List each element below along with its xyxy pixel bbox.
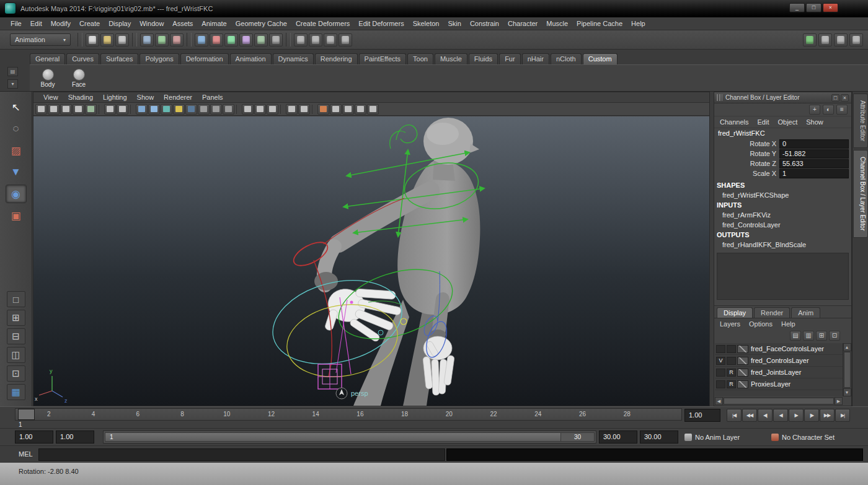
popout-icon[interactable]: □: [831, 94, 839, 102]
select-component-icon[interactable]: [170, 33, 184, 46]
multisample-icon[interactable]: [223, 104, 234, 115]
step-back-frame-button[interactable]: ◀◀: [742, 409, 757, 422]
layer-editor-tab[interactable]: Anim: [791, 307, 820, 318]
save-scene-icon[interactable]: [115, 33, 129, 46]
panel-layouts-icon[interactable]: [355, 104, 366, 115]
shadows-icon[interactable]: [185, 104, 197, 115]
layer-color-swatch[interactable]: [737, 380, 748, 388]
shelf-tab[interactable]: PaintEffects: [359, 53, 407, 64]
vertical-scrollbar[interactable]: ▲ ▼: [843, 343, 851, 396]
menu-item[interactable]: Help: [627, 19, 650, 28]
shelf-tab[interactable]: Muscle: [435, 53, 467, 64]
panel-menu-item[interactable]: Lighting: [98, 94, 132, 101]
layer-visibility-toggle[interactable]: [716, 380, 725, 388]
layer-row[interactable]: R ProxiesLayer: [715, 378, 843, 390]
new-empty-layer-icon[interactable]: ⊞: [816, 331, 827, 341]
shelf-tab[interactable]: Fur: [499, 53, 521, 64]
shelf-tab[interactable]: Surfaces: [100, 53, 138, 64]
shelf-tab[interactable]: Curves: [66, 53, 99, 64]
shelf-item[interactable]: Face: [67, 69, 91, 88]
oversampling-icon[interactable]: [117, 104, 128, 115]
render-settings-icon[interactable]: [339, 33, 352, 46]
image-plane-icon[interactable]: [85, 104, 97, 115]
step-back-key-button[interactable]: ◀|: [758, 409, 773, 422]
two-pane-layout-icon[interactable]: ⊟: [7, 328, 25, 344]
command-input-field[interactable]: [38, 448, 445, 461]
xray-icon[interactable]: [254, 104, 266, 115]
animation-end-field[interactable]: 30.00: [640, 430, 678, 443]
separator[interactable]: [236, 105, 240, 114]
exposure-icon[interactable]: [286, 104, 298, 115]
node-row[interactable]: INPUTS: [714, 200, 851, 210]
shelf-tab[interactable]: Deformation: [180, 53, 229, 64]
playback-start-field[interactable]: 1.00: [56, 430, 94, 443]
screen-ao-icon[interactable]: [198, 104, 210, 115]
tool-settings-toggle-icon[interactable]: [834, 33, 848, 46]
character-set-selector[interactable]: No Character Set: [771, 431, 864, 443]
layer-stack-icon[interactable]: ▥: [803, 331, 814, 341]
paint-select-tool-icon[interactable]: ▨: [6, 141, 27, 160]
play-backwards-button[interactable]: ◀: [773, 409, 788, 422]
channel-box-menu-item[interactable]: Object: [773, 118, 802, 126]
node-row[interactable]: SHAPES: [714, 180, 851, 190]
horizontal-scrollbar[interactable]: ◀ ▶: [715, 397, 843, 405]
step-forward-frame-button[interactable]: ▶▶: [820, 409, 835, 422]
drag-grip-icon[interactable]: [717, 94, 722, 101]
anim-layer-selector[interactable]: No Anim Layer: [684, 431, 765, 443]
shelf-tab[interactable]: Custom: [583, 53, 618, 64]
hypershade-persp-layout-icon[interactable]: ⊡: [7, 365, 25, 382]
menu-item[interactable]: Animate: [197, 19, 231, 28]
use-all-lights-icon[interactable]: [173, 104, 185, 115]
select-tool-icon[interactable]: ↖: [6, 98, 27, 116]
hypergraph-toggle-icon[interactable]: [803, 33, 817, 46]
edit-channels-icon[interactable]: ≡: [836, 105, 848, 115]
camera-attributes-icon[interactable]: [60, 104, 72, 115]
menu-item[interactable]: Create: [75, 19, 104, 28]
select-camera-icon[interactable]: [35, 104, 47, 115]
panel-header[interactable]: Channel Box / Layer Editor □×: [714, 92, 851, 103]
channel-box-menu-item[interactable]: Channels: [715, 118, 753, 126]
snapshot-icon[interactable]: [330, 104, 342, 115]
channel-box-menu-item[interactable]: Edit: [753, 118, 773, 126]
command-language-toggle[interactable]: MEL: [19, 450, 33, 458]
channel-label[interactable]: Rotate Z: [714, 160, 779, 167]
snap-to-grid-icon[interactable]: [195, 33, 208, 46]
separator[interactable]: [99, 105, 102, 114]
shelf-tab[interactable]: Fluids: [469, 53, 498, 64]
node-row[interactable]: fred_ControlsLayer: [714, 220, 851, 230]
channel-label[interactable]: Rotate Y: [714, 150, 779, 157]
layer-editor-tab[interactable]: Render: [754, 307, 790, 318]
layer-display-type-toggle[interactable]: R: [727, 380, 736, 388]
panel-menu-item[interactable]: View: [38, 94, 63, 101]
layer-row[interactable]: R fred_JointsLayer: [715, 367, 843, 378]
lasso-select-tool-icon[interactable]: ◌: [6, 120, 27, 138]
snap-to-point-icon[interactable]: [224, 33, 238, 46]
channel-value-field[interactable]: 0: [779, 139, 849, 149]
channel-value-field[interactable]: 55.633: [779, 159, 849, 168]
close-button[interactable]: ×: [823, 3, 838, 12]
layer-display-type-toggle[interactable]: [727, 357, 736, 365]
channel-label[interactable]: Scale X: [714, 170, 779, 177]
layer-color-swatch[interactable]: [737, 369, 748, 377]
ipr-render-icon[interactable]: [324, 33, 337, 46]
snap-to-view-icon[interactable]: [269, 33, 283, 46]
layer-visibility-toggle[interactable]: V: [716, 357, 725, 365]
node-row[interactable]: fred_rWristFKCShape: [714, 190, 851, 200]
sidebar-tab[interactable]: Channel Box / Layer Editor: [853, 150, 868, 238]
shelf-item[interactable]: Body: [36, 69, 60, 88]
render-current-frame-icon[interactable]: [309, 33, 322, 46]
isolate-select-icon[interactable]: [242, 104, 254, 115]
channel-box-menu-item[interactable]: Show: [802, 118, 828, 126]
layer-display-type-toggle[interactable]: R: [727, 369, 736, 377]
shaded-icon[interactable]: [148, 104, 160, 115]
shelf-tab[interactable]: Polygons: [140, 53, 179, 64]
play-forwards-button[interactable]: ▶: [789, 409, 804, 422]
menu-set-dropdown[interactable]: Animation ▾: [10, 33, 71, 46]
range-end-label[interactable]: 30: [560, 433, 594, 441]
minimize-button[interactable]: _: [789, 3, 805, 12]
timeline-track[interactable]: 246810121416182022242628: [15, 408, 682, 421]
show-manipulators-icon[interactable]: +: [809, 105, 820, 115]
new-layer-from-selected-icon[interactable]: ⊡: [829, 331, 840, 341]
shelf-tab[interactable]: Dynamics: [273, 53, 314, 64]
shelf-tab[interactable]: nCloth: [551, 53, 582, 64]
